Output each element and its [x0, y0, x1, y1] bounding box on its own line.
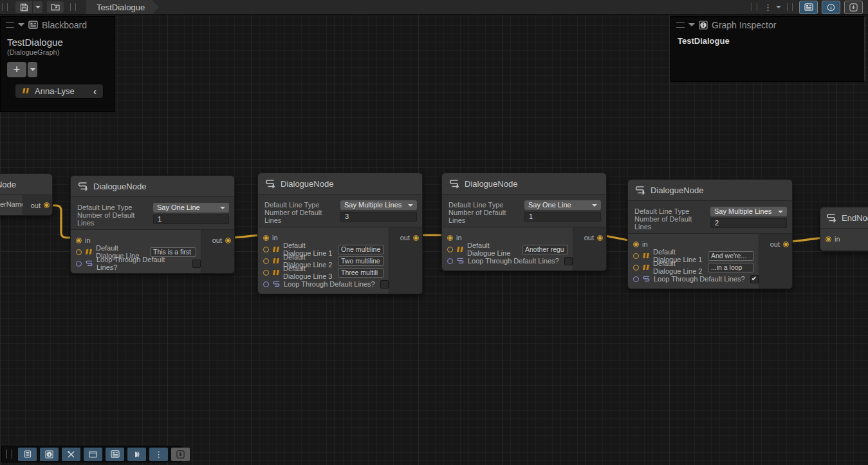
node-title: DialogueNode	[651, 185, 703, 195]
loop-checkbox[interactable]	[380, 280, 389, 289]
loop-port[interactable]	[633, 276, 639, 282]
inspector-button[interactable]	[40, 448, 59, 461]
blackboard-panel[interactable]: Blackboard TestDialogue (DialogueGraph) …	[0, 16, 115, 112]
toolbar-drag-handle[interactable]	[2, 3, 8, 11]
line-value-input[interactable]: And we're...	[708, 251, 754, 261]
bottom-toolbar-drag-handle[interactable]	[6, 450, 12, 459]
line-port[interactable]	[633, 253, 639, 259]
loop-checkbox[interactable]	[564, 257, 573, 265]
inspector-graph-name: TestDialogue	[671, 33, 864, 46]
out-port[interactable]	[413, 235, 419, 241]
blackboard-variable-row[interactable]: Anna-Lyse ‹	[15, 84, 104, 99]
quote-icon	[85, 249, 93, 256]
blackboard-button[interactable]	[106, 448, 124, 461]
line-port[interactable]	[76, 249, 82, 255]
graph-inspector-header[interactable]: Graph Inspector	[671, 17, 864, 33]
loop-icon	[456, 257, 465, 265]
out-port[interactable]	[225, 238, 231, 243]
quote-icon	[272, 269, 280, 276]
overflow-dropdown-icon[interactable]	[776, 6, 781, 11]
dialogue-node-1[interactable]: DialogueNode Default Line Type Say One L…	[70, 175, 235, 274]
in-port[interactable]	[633, 242, 639, 247]
collapse-arrow-icon[interactable]	[18, 23, 24, 30]
line-label: Default Dialogue Line 2	[653, 260, 705, 275]
line-value-input[interactable]: ...in a loop	[708, 263, 754, 272]
num-lines-input[interactable]: 3	[340, 212, 417, 222]
num-lines-input[interactable]: 2	[710, 218, 787, 228]
tools-button[interactable]	[62, 448, 80, 461]
in-port[interactable]	[76, 238, 82, 243]
node-title: DialogueNode	[93, 182, 146, 191]
line-value-input[interactable]: One multiline	[338, 245, 384, 254]
collapse-arrow-icon[interactable]	[688, 23, 695, 30]
blackboard-header[interactable]: Blackboard	[1, 17, 115, 33]
processing-button[interactable]	[171, 448, 190, 461]
line-port[interactable]	[263, 247, 269, 252]
loop-port[interactable]	[263, 281, 269, 287]
dialogue-node-4[interactable]: DialogueNode Default Line Type Say Multi…	[627, 179, 793, 289]
dialogue-node-icon	[448, 178, 459, 189]
line-type-dropdown[interactable]: Say One Line	[524, 200, 601, 210]
out-port-label: out	[400, 234, 410, 242]
line-value-input[interactable]: Two multiline	[338, 256, 384, 266]
add-variable-dropdown-button[interactable]	[28, 62, 37, 77]
graph-inspector-panel[interactable]: Graph Inspector TestDialogue	[670, 16, 865, 82]
loop-port[interactable]	[76, 261, 82, 267]
info-icon	[699, 21, 708, 30]
window-button[interactable]	[84, 448, 102, 461]
overflow-menu-button[interactable]: ⋮	[149, 448, 168, 461]
tracing-button[interactable]	[127, 448, 146, 461]
flame-icon	[176, 450, 185, 459]
quote-icon	[272, 246, 280, 253]
line-port[interactable]	[263, 258, 269, 264]
dialogue-node-3[interactable]: DialogueNode Default Line Type Say One L…	[441, 173, 607, 271]
out-port[interactable]	[597, 235, 603, 241]
blackboard-icon	[111, 450, 120, 458]
line-value-input[interactable]: Another regu	[522, 245, 568, 254]
blackboard-graph-type: (DialogueGraph)	[1, 48, 115, 56]
end-node[interactable]: EndNode in	[820, 207, 868, 251]
chevron-left-icon[interactable]: ‹	[93, 86, 97, 97]
save-dropdown-button[interactable]	[33, 1, 42, 13]
start-node[interactable]: Node kerName out	[0, 173, 53, 216]
script-button[interactable]	[18, 448, 37, 461]
inspector-toggle-button[interactable]	[822, 1, 840, 14]
out-port[interactable]	[783, 242, 789, 247]
line-type-dropdown[interactable]: Say Multiple Lines	[340, 200, 417, 210]
add-variable-button[interactable]: +	[7, 62, 26, 77]
out-port-label: out	[770, 240, 780, 248]
num-lines-label: Number of Default Lines	[448, 209, 524, 224]
loop-port[interactable]	[447, 258, 453, 264]
num-lines-input[interactable]: 1	[153, 214, 229, 224]
out-port[interactable]	[44, 202, 50, 208]
blackboard-toggle-button[interactable]	[799, 1, 818, 14]
tools-icon	[67, 450, 75, 459]
drag-handle-icon[interactable]	[676, 22, 685, 28]
loop-checkbox[interactable]	[192, 260, 201, 268]
graph-tab[interactable]: TestDialogue	[86, 0, 159, 14]
in-port[interactable]	[447, 235, 453, 241]
loop-checkbox[interactable]	[750, 275, 759, 283]
open-asset-button[interactable]	[47, 1, 64, 13]
in-port[interactable]	[263, 235, 269, 241]
in-port[interactable]	[826, 236, 831, 242]
num-lines-input[interactable]: 1	[524, 212, 601, 222]
drag-handle-icon[interactable]	[6, 22, 14, 28]
folder-open-icon	[51, 3, 60, 11]
save-button[interactable]	[15, 1, 32, 13]
window-icon	[89, 451, 97, 458]
in-port-label: in	[456, 234, 462, 242]
line-type-label: Default Line Type	[634, 207, 710, 215]
node-title: EndNode	[842, 213, 868, 223]
panel-title: Blackboard	[42, 20, 87, 30]
line-value-input[interactable]: Three multili	[338, 268, 384, 278]
line-port[interactable]	[263, 270, 269, 276]
line-type-dropdown[interactable]: Say Multiple Lines	[710, 207, 787, 216]
line-type-dropdown[interactable]: Say One Line	[153, 203, 229, 213]
line-type-label: Default Line Type	[264, 201, 340, 209]
processing-toggle-button[interactable]	[844, 1, 863, 14]
overflow-menu-icon[interactable]: ⋮	[764, 3, 772, 12]
dialogue-node-2[interactable]: DialogueNode Default Line Type Say Multi…	[257, 173, 423, 294]
line-port[interactable]	[447, 247, 453, 252]
line-port[interactable]	[633, 265, 639, 270]
